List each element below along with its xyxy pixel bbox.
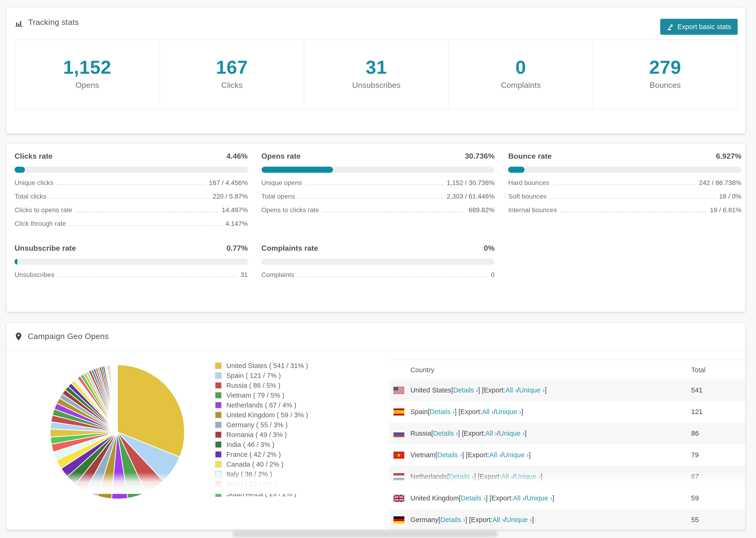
rate-row-value: 18 / 0% bbox=[719, 192, 741, 200]
legend-label: Vietnam ( 79 / 5% ) bbox=[226, 391, 285, 399]
rate-row: Click through rate4.147% bbox=[15, 220, 248, 227]
geo-table-body: United States [Details ›] [Export: All ›… bbox=[389, 379, 745, 530]
rate-rows: Unique clicks167 / 4.456%Total clicks220… bbox=[15, 179, 248, 227]
legend-item: Netherlands ( 67 / 4% ) bbox=[215, 400, 308, 410]
tracking-stats-card: Tracking stats Export basic stats 1,152O… bbox=[6, 7, 746, 134]
rate-panel: Clicks rate4.46%Unique clicks167 / 4.456… bbox=[15, 152, 248, 227]
rate-row-label: Clicks to opens rate bbox=[15, 206, 72, 214]
legend-swatch bbox=[215, 402, 222, 408]
export-icon bbox=[667, 23, 674, 30]
legend-label: France ( 42 / 2% ) bbox=[226, 451, 281, 458]
details-link[interactable]: Details › bbox=[453, 386, 478, 394]
legend-label: United Kingdom ( 59 / 3% ) bbox=[226, 411, 308, 418]
rate-row-label: Complaints bbox=[261, 271, 294, 278]
legend-item: India ( 46 / 3% ) bbox=[215, 439, 308, 449]
legend-item: France ( 42 / 2% ) bbox=[215, 449, 308, 459]
rates-card: Clicks rate4.46%Unique clicks167 / 4.456… bbox=[6, 143, 746, 312]
summary-stat-value: 167 bbox=[160, 57, 304, 78]
country-cell: Russia [Details ›] [Export: All › / Uniq… bbox=[389, 430, 691, 437]
legend-item: United Kingdom ( 59 / 3% ) bbox=[215, 410, 308, 420]
geo-pie-chart bbox=[49, 363, 186, 501]
export-unique-link[interactable]: Unique › bbox=[506, 516, 532, 523]
export-all-link[interactable]: All › bbox=[485, 430, 497, 437]
legend-item: Brazil ( 33 / 2% ) bbox=[215, 479, 308, 489]
rate-panel-header: Opens rate30.736% bbox=[261, 152, 495, 161]
rate-row: Soft bounces18 / 0% bbox=[508, 192, 741, 200]
legend-swatch bbox=[215, 392, 222, 398]
country-flag-us bbox=[394, 387, 404, 394]
rate-panel: Complaints rate0%Complaints0 bbox=[261, 244, 495, 278]
summary-stat-cell: 1,152Opens bbox=[15, 40, 159, 109]
legend-item: Romania ( 49 / 3% ) bbox=[215, 430, 308, 439]
summary-stat-value: 31 bbox=[304, 57, 448, 78]
export-all-link[interactable]: All › bbox=[513, 494, 525, 502]
summary-stat-cell: 31Unsubscribes bbox=[304, 40, 448, 109]
table-row: United Kingdom [Details ›] [Export: All … bbox=[389, 487, 745, 509]
rate-panel: Unsubscribe rate0.77%Unsubscribes31 bbox=[15, 244, 248, 278]
details-link[interactable]: Details › bbox=[460, 494, 486, 502]
rate-title: Bounce rate bbox=[508, 152, 552, 161]
export-unique-link[interactable]: Unique › bbox=[527, 494, 553, 502]
column-header-total: Total bbox=[691, 366, 745, 373]
details-link[interactable]: Details › bbox=[440, 516, 465, 523]
export-unique-link[interactable]: Unique › bbox=[496, 408, 521, 415]
rate-row-label: Unique opens bbox=[261, 179, 302, 187]
dotted-leader bbox=[57, 184, 206, 185]
export-all-link[interactable]: All › bbox=[506, 386, 517, 394]
country-total: 86 bbox=[691, 430, 745, 437]
export-all-link[interactable]: All › bbox=[482, 408, 494, 415]
summary-stat-label: Opens bbox=[15, 81, 159, 90]
details-link[interactable]: Details › bbox=[449, 473, 474, 480]
legend-swatch bbox=[215, 362, 222, 369]
horizontal-scrollbar-thumb[interactable] bbox=[233, 530, 498, 537]
rate-row-value: 2,303 / 61.446% bbox=[447, 192, 495, 200]
legend-swatch bbox=[215, 411, 222, 418]
page-title: Tracking stats bbox=[28, 18, 79, 27]
details-link[interactable]: Details › bbox=[437, 451, 462, 459]
export-unique-link[interactable]: Unique › bbox=[515, 473, 541, 480]
export-all-link[interactable]: All › bbox=[493, 516, 504, 523]
export-all-link[interactable]: All › bbox=[501, 473, 513, 480]
export-unique-link[interactable]: Unique › bbox=[499, 430, 525, 437]
summary-stat-label: Unsubscribes bbox=[304, 81, 448, 90]
country-cell: United Kingdom [Details ›] [Export: All … bbox=[389, 494, 691, 502]
rate-row-label: Internal bounces bbox=[508, 206, 557, 214]
summary-stat-label: Complaints bbox=[449, 81, 593, 90]
rate-rows: Unsubscribes31 bbox=[15, 271, 248, 278]
rate-row-value: 242 / 86.738% bbox=[699, 179, 741, 187]
dotted-leader bbox=[69, 225, 222, 226]
details-link[interactable]: Details › bbox=[430, 408, 455, 415]
geo-table-header: Country Total bbox=[389, 360, 745, 379]
rate-progress-fill bbox=[261, 167, 333, 173]
rate-row-label: Click through rate bbox=[15, 220, 66, 227]
legend-label: Canada ( 40 / 2% ) bbox=[226, 460, 283, 468]
export-unique-link[interactable]: Unique › bbox=[503, 451, 529, 459]
details-link[interactable]: Details › bbox=[433, 430, 458, 437]
export-button-label: Export basic stats bbox=[677, 23, 731, 30]
export-all-link[interactable]: All › bbox=[489, 451, 501, 459]
legend-item: South Africa ( 29 / 2% ) bbox=[215, 489, 308, 499]
export-unique-link[interactable]: Unique › bbox=[519, 386, 545, 394]
legend-label: United States ( 541 / 31% ) bbox=[226, 362, 308, 369]
legend-swatch bbox=[215, 431, 222, 438]
campaign-geo-opens-card: Campaign Geo Opens United States ( 541 /… bbox=[6, 323, 746, 530]
summary-stat-label: Bounces bbox=[593, 81, 737, 90]
country-flag-nl bbox=[394, 473, 404, 480]
country-name: Spain bbox=[410, 408, 428, 415]
rate-progress-bar bbox=[261, 259, 495, 265]
rate-title: Complaints rate bbox=[261, 244, 318, 252]
rate-row-value: 220 / 5.87% bbox=[213, 192, 248, 200]
export-basic-stats-button[interactable]: Export basic stats bbox=[660, 19, 738, 35]
rate-percent: 4.46% bbox=[227, 152, 248, 161]
table-row: Germany [Details ›] [Export: All › / Uni… bbox=[389, 509, 745, 530]
dotted-leader bbox=[298, 198, 444, 198]
summary-stat-value: 279 bbox=[593, 57, 737, 78]
geo-legend: United States ( 541 / 31% )Spain ( 121 /… bbox=[215, 360, 308, 499]
rate-row: Complaints0 bbox=[261, 271, 495, 278]
rate-row-value: 19 / 6.81% bbox=[710, 206, 741, 214]
legend-label: Brazil ( 33 / 2% ) bbox=[226, 480, 277, 488]
country-flag-de bbox=[394, 516, 404, 523]
legend-label: India ( 46 / 3% ) bbox=[226, 441, 274, 448]
rate-progress-bar bbox=[261, 167, 495, 173]
page: Tracking stats Export basic stats 1,152O… bbox=[0, 0, 756, 538]
